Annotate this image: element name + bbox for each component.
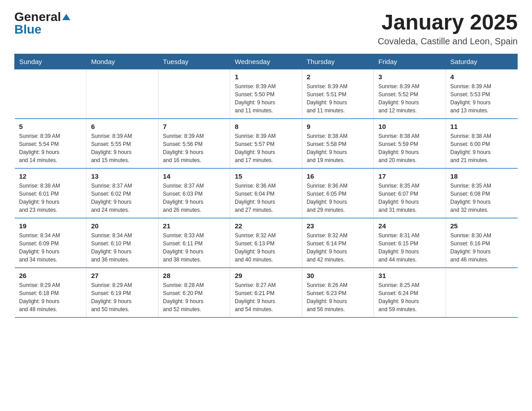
- day-number: 3: [378, 73, 441, 81]
- day-info: Sunrise: 8:34 AM Sunset: 6:09 PM Dayligh…: [19, 231, 82, 264]
- calendar-cell: [15, 69, 86, 119]
- day-info: Sunrise: 8:38 AM Sunset: 5:58 PM Dayligh…: [307, 132, 369, 164]
- calendar-week-row: 5Sunrise: 8:39 AM Sunset: 5:54 PM Daylig…: [15, 119, 518, 168]
- logo-triangle-icon: [62, 14, 70, 20]
- day-number: 22: [235, 222, 297, 230]
- day-number: 26: [19, 272, 82, 279]
- day-number: 1: [235, 73, 297, 81]
- day-info: Sunrise: 8:32 AM Sunset: 6:14 PM Dayligh…: [307, 231, 369, 264]
- calendar-week-row: 19Sunrise: 8:34 AM Sunset: 6:09 PM Dayli…: [15, 218, 518, 268]
- calendar-cell: 25Sunrise: 8:30 AM Sunset: 6:16 PM Dayli…: [446, 218, 517, 268]
- day-number: 24: [378, 222, 441, 230]
- day-number: 28: [163, 272, 225, 279]
- day-number: 2: [307, 73, 369, 81]
- day-info: Sunrise: 8:39 AM Sunset: 5:54 PM Dayligh…: [19, 132, 82, 164]
- logo-general-text: General: [14, 11, 61, 23]
- day-info: Sunrise: 8:25 AM Sunset: 6:24 PM Dayligh…: [378, 281, 441, 313]
- day-number: 12: [19, 172, 82, 180]
- day-info: Sunrise: 8:34 AM Sunset: 6:10 PM Dayligh…: [91, 231, 153, 264]
- day-number: 8: [235, 123, 297, 130]
- day-info: Sunrise: 8:29 AM Sunset: 6:18 PM Dayligh…: [19, 281, 82, 313]
- day-info: Sunrise: 8:31 AM Sunset: 6:15 PM Dayligh…: [378, 231, 441, 264]
- calendar-header-monday: Monday: [86, 54, 158, 69]
- day-info: Sunrise: 8:32 AM Sunset: 6:13 PM Dayligh…: [235, 231, 297, 264]
- day-number: 14: [163, 172, 225, 180]
- calendar-header-saturday: Saturday: [446, 54, 517, 69]
- day-number: 9: [307, 123, 369, 130]
- day-info: Sunrise: 8:30 AM Sunset: 6:16 PM Dayligh…: [450, 231, 513, 264]
- calendar-cell: 27Sunrise: 8:29 AM Sunset: 6:19 PM Dayli…: [86, 268, 158, 317]
- day-info: Sunrise: 8:26 AM Sunset: 6:23 PM Dayligh…: [307, 281, 369, 313]
- calendar-header-tuesday: Tuesday: [158, 54, 230, 69]
- day-info: Sunrise: 8:29 AM Sunset: 6:19 PM Dayligh…: [91, 281, 153, 313]
- day-number: 25: [450, 222, 513, 230]
- calendar-cell: 31Sunrise: 8:25 AM Sunset: 6:24 PM Dayli…: [374, 268, 446, 317]
- day-info: Sunrise: 8:28 AM Sunset: 6:20 PM Dayligh…: [163, 281, 225, 313]
- calendar-cell: 26Sunrise: 8:29 AM Sunset: 6:18 PM Dayli…: [15, 268, 86, 317]
- calendar-header-friday: Friday: [374, 54, 446, 69]
- day-info: Sunrise: 8:39 AM Sunset: 5:51 PM Dayligh…: [307, 82, 369, 115]
- logo-blue-text: Blue: [14, 23, 42, 36]
- day-number: 7: [163, 123, 225, 130]
- calendar-cell: 5Sunrise: 8:39 AM Sunset: 5:54 PM Daylig…: [15, 119, 86, 168]
- calendar-cell: 19Sunrise: 8:34 AM Sunset: 6:09 PM Dayli…: [15, 218, 86, 268]
- day-info: Sunrise: 8:39 AM Sunset: 5:56 PM Dayligh…: [163, 132, 225, 164]
- calendar-header-thursday: Thursday: [302, 54, 373, 69]
- day-number: 15: [235, 172, 297, 180]
- day-number: 29: [235, 272, 297, 279]
- calendar-week-row: 12Sunrise: 8:38 AM Sunset: 6:01 PM Dayli…: [15, 168, 518, 218]
- day-info: Sunrise: 8:39 AM Sunset: 5:55 PM Dayligh…: [91, 132, 153, 164]
- calendar-cell: 7Sunrise: 8:39 AM Sunset: 5:56 PM Daylig…: [158, 119, 230, 168]
- day-info: Sunrise: 8:37 AM Sunset: 6:02 PM Dayligh…: [91, 182, 153, 214]
- calendar-cell: 21Sunrise: 8:33 AM Sunset: 6:11 PM Dayli…: [158, 218, 230, 268]
- day-number: 30: [307, 272, 369, 279]
- calendar-cell: 24Sunrise: 8:31 AM Sunset: 6:15 PM Dayli…: [374, 218, 446, 268]
- day-info: Sunrise: 8:39 AM Sunset: 5:57 PM Dayligh…: [235, 132, 297, 164]
- day-number: 19: [19, 222, 82, 230]
- day-info: Sunrise: 8:38 AM Sunset: 5:59 PM Dayligh…: [378, 132, 441, 164]
- calendar-cell: 11Sunrise: 8:38 AM Sunset: 6:00 PM Dayli…: [446, 119, 517, 168]
- day-info: Sunrise: 8:27 AM Sunset: 6:21 PM Dayligh…: [235, 281, 297, 313]
- day-info: Sunrise: 8:38 AM Sunset: 6:01 PM Dayligh…: [19, 182, 82, 214]
- day-number: 16: [307, 172, 369, 180]
- day-info: Sunrise: 8:36 AM Sunset: 6:05 PM Dayligh…: [307, 182, 369, 214]
- day-info: Sunrise: 8:33 AM Sunset: 6:11 PM Dayligh…: [163, 231, 225, 264]
- calendar-cell: 28Sunrise: 8:28 AM Sunset: 6:20 PM Dayli…: [158, 268, 230, 317]
- calendar-cell: 30Sunrise: 8:26 AM Sunset: 6:23 PM Dayli…: [302, 268, 373, 317]
- calendar-header-row: SundayMondayTuesdayWednesdayThursdayFrid…: [15, 54, 518, 69]
- calendar-cell: 14Sunrise: 8:37 AM Sunset: 6:03 PM Dayli…: [158, 168, 230, 218]
- day-info: Sunrise: 8:39 AM Sunset: 5:53 PM Dayligh…: [450, 82, 513, 115]
- calendar-cell: 16Sunrise: 8:36 AM Sunset: 6:05 PM Dayli…: [302, 168, 373, 218]
- logo: General Blue: [14, 11, 70, 36]
- day-number: 27: [91, 272, 153, 279]
- calendar-cell: 29Sunrise: 8:27 AM Sunset: 6:21 PM Dayli…: [230, 268, 302, 317]
- day-info: Sunrise: 8:38 AM Sunset: 6:00 PM Dayligh…: [450, 132, 513, 164]
- day-number: 31: [378, 272, 441, 279]
- day-info: Sunrise: 8:35 AM Sunset: 6:07 PM Dayligh…: [378, 182, 441, 214]
- calendar-cell: 4Sunrise: 8:39 AM Sunset: 5:53 PM Daylig…: [446, 69, 517, 119]
- calendar-cell: 20Sunrise: 8:34 AM Sunset: 6:10 PM Dayli…: [86, 218, 158, 268]
- calendar-cell: 9Sunrise: 8:38 AM Sunset: 5:58 PM Daylig…: [302, 119, 373, 168]
- calendar-week-row: 1Sunrise: 8:39 AM Sunset: 5:50 PM Daylig…: [15, 69, 518, 119]
- day-number: 18: [450, 172, 513, 180]
- calendar-cell: [158, 69, 230, 119]
- day-number: 6: [91, 123, 153, 130]
- day-info: Sunrise: 8:39 AM Sunset: 5:52 PM Dayligh…: [378, 82, 441, 115]
- calendar-cell: 8Sunrise: 8:39 AM Sunset: 5:57 PM Daylig…: [230, 119, 302, 168]
- title-area: January 2025 Covaleda, Castille and Leon…: [378, 11, 518, 47]
- calendar-cell: [86, 69, 158, 119]
- calendar-table: SundayMondayTuesdayWednesdayThursdayFrid…: [14, 54, 518, 318]
- day-number: 13: [91, 172, 153, 180]
- day-number: 17: [378, 172, 441, 180]
- day-info: Sunrise: 8:37 AM Sunset: 6:03 PM Dayligh…: [163, 182, 225, 214]
- calendar-cell: 10Sunrise: 8:38 AM Sunset: 5:59 PM Dayli…: [374, 119, 446, 168]
- calendar-cell: 23Sunrise: 8:32 AM Sunset: 6:14 PM Dayli…: [302, 218, 373, 268]
- calendar-cell: 15Sunrise: 8:36 AM Sunset: 6:04 PM Dayli…: [230, 168, 302, 218]
- calendar-cell: 13Sunrise: 8:37 AM Sunset: 6:02 PM Dayli…: [86, 168, 158, 218]
- day-number: 11: [450, 123, 513, 130]
- day-info: Sunrise: 8:36 AM Sunset: 6:04 PM Dayligh…: [235, 182, 297, 214]
- day-number: 10: [378, 123, 441, 130]
- calendar-cell: 18Sunrise: 8:35 AM Sunset: 6:08 PM Dayli…: [446, 168, 517, 218]
- day-number: 4: [450, 73, 513, 81]
- day-number: 23: [307, 222, 369, 230]
